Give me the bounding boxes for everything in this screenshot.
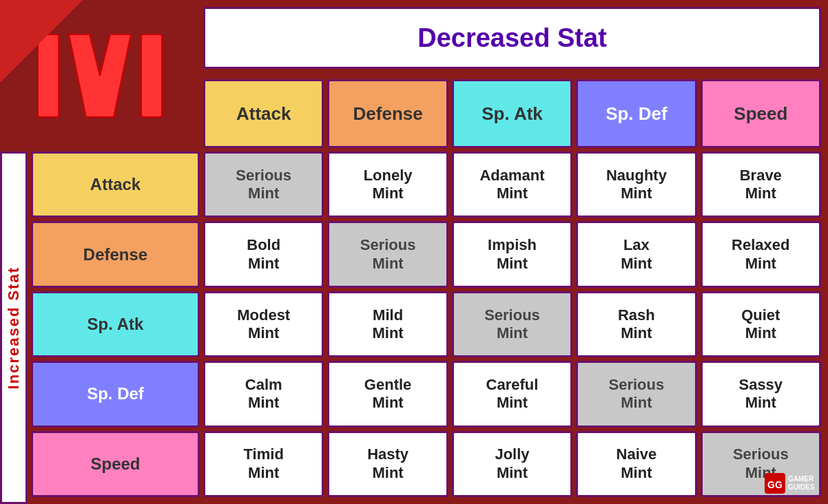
increased-stat-text: Increased Stat: [5, 266, 23, 389]
row-header-speed: Speed: [31, 431, 200, 497]
cell-r1-c1: SeriousMint: [327, 221, 448, 287]
cell-r0-c2: AdamantMint: [452, 151, 572, 218]
cell-r1-c2: ImpishMint: [452, 221, 572, 287]
cell-r3-c3: SeriousMint: [576, 361, 696, 427]
col-header-sp-def: Sp. Def: [576, 79, 696, 148]
col-header-attack: Attack: [203, 79, 324, 148]
triangle-red-decoration: [0, 0, 83, 83]
row-headers: AttackDefenseSp. AtkSp. DefSpeed: [31, 151, 200, 497]
row-header-sp-atk: Sp. Atk: [31, 291, 200, 357]
cell-r1-c3: LaxMint: [576, 221, 696, 287]
cell-r0-c4: BraveMint: [701, 151, 821, 218]
cell-r4-c2: JollyMint: [452, 431, 572, 497]
cell-r2-c2: SeriousMint: [452, 291, 572, 357]
data-grid: SeriousMintLonelyMintAdamantMintNaughtyM…: [203, 151, 821, 497]
main-container: Decreased Stat AttackDefenseSp. AtkSp. D…: [0, 0, 828, 504]
watermark-logo-icon: GG: [765, 473, 785, 494]
cell-r4-c1: HastyMint: [327, 431, 448, 497]
cell-r2-c0: ModestMint: [203, 291, 324, 357]
col-headers: AttackDefenseSp. AtkSp. DefSpeed: [203, 79, 821, 148]
cell-r3-c2: CarefulMint: [452, 361, 572, 427]
cell-r2-c4: QuietMint: [701, 291, 821, 357]
cell-r2-c1: MildMint: [327, 291, 448, 357]
svg-text:GG: GG: [767, 479, 783, 490]
increased-stat-label: Increased Stat: [0, 151, 28, 504]
cell-r3-c1: GentleMint: [327, 361, 448, 427]
row-header-attack: Attack: [31, 151, 200, 218]
row-header-defense: Defense: [31, 221, 200, 287]
cell-r3-c0: CalmMint: [203, 361, 324, 427]
svg-rect-2: [141, 34, 162, 117]
watermark: GG GAMERGUIDES: [765, 470, 820, 497]
cell-r0-c3: NaughtyMint: [576, 151, 696, 218]
cell-r4-c3: NaiveMint: [576, 431, 696, 497]
col-header-sp-atk: Sp. Atk: [452, 79, 572, 148]
row-header-sp-def: Sp. Def: [31, 361, 200, 427]
cell-r0-c0: SeriousMint: [203, 151, 324, 218]
cell-r4-c0: TimidMint: [203, 431, 324, 497]
watermark-text: GAMERGUIDES: [788, 475, 814, 492]
cell-r0-c1: LonelyMint: [327, 151, 448, 218]
cell-r3-c4: SassyMint: [701, 361, 821, 427]
col-header-speed: Speed: [701, 79, 821, 148]
decreased-stat-title: Decreased Stat: [417, 23, 607, 53]
decreased-stat-header: Decreased Stat: [203, 7, 821, 69]
cell-r1-c0: BoldMint: [203, 221, 324, 287]
cell-r1-c4: RelaxedMint: [701, 221, 821, 287]
cell-r2-c3: RashMint: [576, 291, 696, 357]
col-header-defense: Defense: [327, 79, 448, 148]
